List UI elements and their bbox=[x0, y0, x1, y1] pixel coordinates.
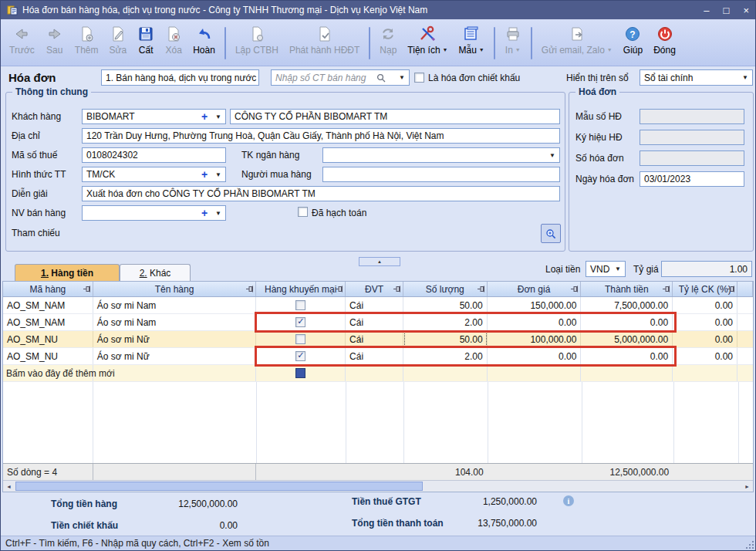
column-header-promo[interactable]: Hàng khuyến mại bbox=[256, 282, 346, 296]
column-header-code[interactable]: Mã hàng bbox=[3, 282, 93, 296]
collapse-panel-button[interactable]: ▲ bbox=[359, 257, 400, 266]
promo-checkbox[interactable] bbox=[295, 334, 305, 344]
posted-checkbox[interactable] bbox=[298, 207, 308, 217]
chevron-down-icon[interactable]: ▼ bbox=[443, 45, 448, 56]
print-button[interactable]: In▼ bbox=[499, 21, 527, 66]
cell-discount[interactable] bbox=[673, 365, 737, 381]
customer-name-field[interactable]: CÔNG TY CỔ PHẦN BIBOMART TM bbox=[230, 109, 560, 124]
buyer-field[interactable] bbox=[322, 167, 560, 182]
grid-row-4[interactable]: AO_SM_NUÁo sơ mi NữCái2.000.000.000.00 bbox=[3, 348, 753, 365]
info-icon[interactable]: i bbox=[563, 495, 574, 506]
promo-checkbox[interactable] bbox=[295, 317, 305, 327]
cell-code[interactable]: AO_SM_NU bbox=[3, 348, 93, 364]
column-header-qty[interactable]: Số lượng bbox=[403, 282, 488, 296]
invoice-field-3[interactable]: 03/01/2023 bbox=[640, 171, 744, 187]
create-ctbh-button[interactable]: Lập CTBH bbox=[230, 21, 284, 66]
close-window-button[interactable]: × bbox=[743, 5, 749, 15]
promo-checkbox[interactable] bbox=[295, 300, 305, 310]
currency-select[interactable]: VND ▼ bbox=[586, 261, 626, 277]
cell-price[interactable] bbox=[488, 365, 582, 381]
discount-invoice-checkbox[interactable] bbox=[414, 73, 424, 83]
cell-promo[interactable] bbox=[256, 314, 346, 330]
reload-button[interactable]: Nạp bbox=[374, 21, 402, 66]
previous-button[interactable]: Trước bbox=[4, 21, 40, 66]
cell-price[interactable]: 0.00 bbox=[488, 314, 582, 330]
promo-checkbox[interactable] bbox=[295, 351, 305, 361]
cell-code[interactable]: AO_SM_NAM bbox=[3, 297, 93, 313]
chevron-down-icon[interactable]: ▼ bbox=[515, 45, 521, 56]
column-header-name[interactable]: Tên hàng bbox=[93, 282, 257, 296]
display-on-select[interactable]: Sổ tài chính ▼ bbox=[640, 69, 753, 86]
cell-name[interactable] bbox=[93, 365, 257, 381]
column-header-discount[interactable]: Tỷ lệ CK (%) bbox=[673, 282, 737, 296]
cell-discount[interactable]: 0.00 bbox=[673, 331, 737, 347]
cell-discount[interactable]: 0.00 bbox=[673, 297, 737, 313]
cell-discount[interactable]: 0.00 bbox=[673, 314, 737, 330]
cell-qty[interactable] bbox=[403, 365, 488, 381]
salesperson-combo[interactable]: + ▼ bbox=[82, 205, 226, 221]
add-new-row[interactable]: Bấm vào đây để thêm mới bbox=[3, 365, 753, 382]
column-header-amount[interactable]: Thành tiền bbox=[581, 282, 673, 296]
cell-qty[interactable]: 2.00 bbox=[403, 348, 488, 364]
cell-unit[interactable] bbox=[346, 365, 403, 381]
promo-checkbox[interactable] bbox=[295, 368, 305, 378]
cell-promo[interactable] bbox=[256, 331, 346, 347]
customer-code-combo[interactable]: BIBOMART + ▼ bbox=[82, 109, 226, 124]
cell-price[interactable]: 100,000.00 bbox=[488, 331, 582, 347]
scroll-right-arrow[interactable]: ► bbox=[741, 481, 753, 492]
chevron-down-icon[interactable]: ▼ bbox=[607, 45, 613, 56]
bank-account-select[interactable]: ▼ bbox=[322, 147, 560, 163]
tab-khac[interactable]: 2. Khác bbox=[120, 264, 191, 281]
cell-amount[interactable]: 5,000,000.00 bbox=[581, 331, 673, 347]
cell-qty[interactable]: 50.00 bbox=[403, 331, 488, 347]
cell-name[interactable]: Áo sơ mi Nữ bbox=[93, 348, 257, 364]
payment-method-combo[interactable]: TM/CK + ▼ bbox=[82, 167, 226, 182]
add-icon[interactable]: + bbox=[201, 208, 208, 218]
cell-name[interactable]: Áo sơ mi Nữ bbox=[93, 331, 257, 347]
delete-button[interactable]: Xóa bbox=[160, 21, 187, 66]
tab-hang-tien[interactable]: 1. Hàng tiền bbox=[15, 264, 120, 281]
cell-qty[interactable]: 50.00 bbox=[403, 297, 488, 313]
add-icon[interactable]: + bbox=[201, 111, 208, 122]
templates-button[interactable]: Mẫu▼ bbox=[454, 21, 490, 66]
edit-button[interactable]: Sửa bbox=[103, 21, 132, 66]
cell-amount[interactable]: 7,500,000.00 bbox=[581, 297, 673, 313]
cell-promo[interactable] bbox=[256, 348, 346, 364]
cell-price[interactable]: 150,000.00 bbox=[488, 297, 582, 313]
chevron-down-icon[interactable]: ▼ bbox=[479, 45, 484, 56]
cell-unit[interactable]: Cái bbox=[346, 314, 403, 330]
maximize-button[interactable]: □ bbox=[724, 5, 730, 15]
column-header-unit[interactable]: ĐVT bbox=[346, 282, 403, 296]
description-field[interactable]: Xuất hóa đơn cho CÔNG TY CỔ PHẦN BIBOMAR… bbox=[82, 186, 560, 201]
cell-promo[interactable] bbox=[256, 365, 346, 381]
cell-unit[interactable]: Cái bbox=[346, 348, 403, 364]
cell-amount[interactable]: 0.00 bbox=[581, 314, 673, 330]
invoice-type-select[interactable]: 1. Bán hàng hoá, dịch vụ trong nước ▼ bbox=[101, 69, 259, 86]
grid-row-3[interactable]: AO_SM_NUÁo sơ mi NữCái50.00100,000.005,0… bbox=[3, 331, 753, 348]
cell-unit[interactable]: Cái bbox=[346, 331, 403, 347]
resize-grip[interactable] bbox=[746, 541, 754, 549]
cell-amount[interactable] bbox=[581, 365, 673, 381]
search-invoice-input[interactable]: Nhập số CT bán hàng ▼ bbox=[271, 69, 410, 86]
save-button[interactable]: Cất bbox=[132, 21, 160, 66]
grid-row-1[interactable]: AO_SM_NAMÁo sơ mi NamCái50.00150,000.007… bbox=[3, 297, 753, 314]
add-button[interactable]: Thêm bbox=[69, 21, 104, 66]
cell-name[interactable]: Áo sơ mi Nam bbox=[93, 314, 257, 330]
add-icon[interactable]: + bbox=[201, 169, 208, 180]
scrollbar-thumb[interactable] bbox=[15, 482, 423, 491]
cell-unit[interactable]: Cái bbox=[346, 297, 403, 313]
utilities-button[interactable]: Tiện ích▼ bbox=[402, 21, 453, 66]
cell-code[interactable]: AO_SM_NAM bbox=[3, 314, 93, 330]
close-button[interactable]: Đóng bbox=[648, 21, 681, 66]
address-field[interactable]: 120 Trần Duy Hưng, Phường Trung Hoà, Quậ… bbox=[82, 128, 560, 144]
help-button[interactable]: ?Giúp bbox=[618, 21, 648, 66]
scroll-left-arrow[interactable]: ◄ bbox=[3, 481, 15, 492]
tax-code-field[interactable]: 0108024302 bbox=[82, 147, 226, 163]
cell-price[interactable]: 0.00 bbox=[488, 348, 582, 364]
issue-einvoice-button[interactable]: Phát hành HĐĐT bbox=[284, 21, 365, 66]
grid-row-2[interactable]: AO_SM_NAMÁo sơ mi NamCái2.000.000.000.00 bbox=[3, 314, 753, 331]
cell-name[interactable]: Áo sơ mi Nam bbox=[93, 297, 257, 313]
reference-zoom-button[interactable] bbox=[541, 224, 561, 243]
cell-code[interactable]: AO_SM_NU bbox=[3, 331, 93, 347]
send-email-zalo-button[interactable]: Gửi email, Zalo▼ bbox=[536, 21, 618, 66]
